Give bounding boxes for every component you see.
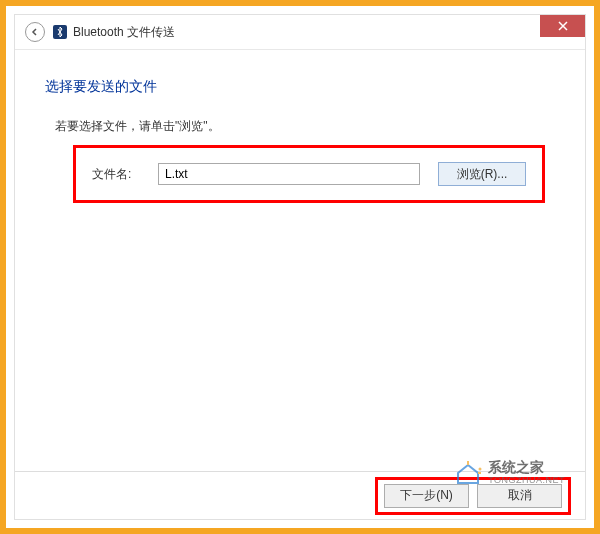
content-area: 选择要发送的文件 若要选择文件，请单击"浏览"。 文件名: 浏览(R)...	[15, 50, 585, 471]
window-title: Bluetooth 文件传送	[73, 24, 175, 41]
titlebar: Bluetooth 文件传送	[15, 15, 585, 50]
close-button[interactable]	[540, 15, 585, 37]
footer-actions: 下一步(N) 取消	[375, 477, 571, 515]
file-label: 文件名:	[92, 166, 140, 183]
instruction-text: 若要选择文件，请单击"浏览"。	[55, 118, 555, 135]
back-button[interactable]	[25, 22, 45, 42]
browse-button[interactable]: 浏览(R)...	[438, 162, 526, 186]
filename-input[interactable]	[158, 163, 420, 185]
wizard-window: Bluetooth 文件传送 选择要发送的文件 若要选择文件，请单击"浏览"。 …	[14, 14, 586, 520]
next-button[interactable]: 下一步(N)	[384, 484, 469, 508]
bluetooth-icon	[53, 25, 67, 39]
page-heading: 选择要发送的文件	[45, 78, 555, 96]
footer-bar: 下一步(N) 取消	[15, 471, 585, 519]
file-select-box: 文件名: 浏览(R)...	[73, 145, 545, 203]
cancel-button[interactable]: 取消	[477, 484, 562, 508]
